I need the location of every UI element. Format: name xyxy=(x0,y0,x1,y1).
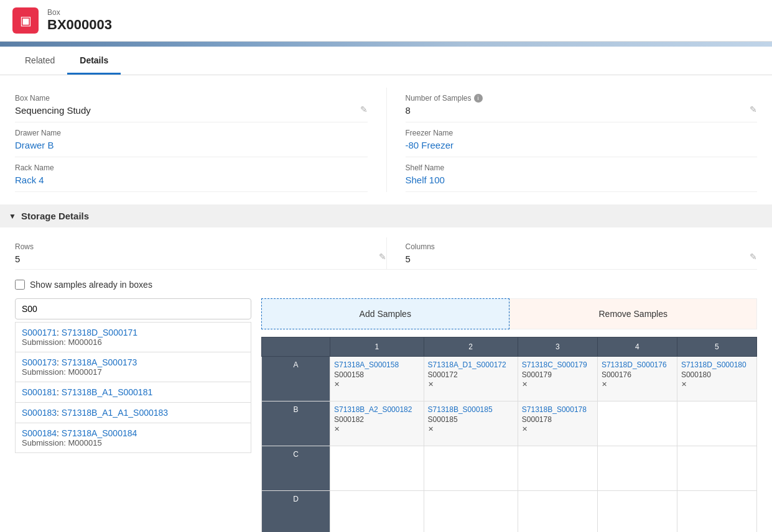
tab-details[interactable]: Details xyxy=(67,47,121,75)
freezer-name-value[interactable]: -80 Freezer xyxy=(406,140,758,150)
shelf-name-label: Shelf Name xyxy=(406,163,758,172)
grid-cell[interactable]: S71318B_S000178 S000178 ✕ xyxy=(518,401,597,446)
rack-name-field: Rack Name Rack 4 xyxy=(15,157,368,192)
grid-cell-empty[interactable] xyxy=(518,446,597,491)
rows-value: 5 xyxy=(15,254,368,264)
grid-cell-empty[interactable] xyxy=(597,446,677,491)
header-id: BX000003 xyxy=(47,17,112,33)
grid-col-header-1: 1 xyxy=(330,337,424,357)
shelf-name-field: Shelf Name Shelf 100 xyxy=(406,157,758,192)
grid-col-header-2: 2 xyxy=(424,337,518,357)
list-item[interactable]: S000184: S71318A_S000184 Submission: M00… xyxy=(15,423,251,453)
right-panel: Add Samples Remove Samples 1 2 3 4 5 xyxy=(261,298,757,532)
rack-name-label: Rack Name xyxy=(15,163,368,172)
box-name-label: Box Name xyxy=(15,94,368,103)
grid-cell-empty[interactable] xyxy=(597,401,677,446)
row-header-d: D xyxy=(262,491,330,533)
num-samples-info-icon[interactable]: i xyxy=(474,94,483,103)
tab-related[interactable]: Related xyxy=(12,47,67,75)
grid-cell-empty[interactable] xyxy=(424,491,518,533)
action-buttons: Add Samples Remove Samples xyxy=(261,298,757,329)
storage-section-title: Storage Details xyxy=(21,211,89,221)
show-samples-row: Show samples already in boxes xyxy=(15,280,757,290)
grid-row-a: A S71318A_S000158 S000158 ✕ S71318A_D1_S… xyxy=(262,357,757,401)
list-item[interactable]: S000181: S71318B_A1_S000181 xyxy=(15,382,251,402)
sample-search-input[interactable] xyxy=(15,298,251,319)
show-samples-checkbox[interactable] xyxy=(15,280,25,290)
rows-edit-icon[interactable]: ✎ xyxy=(379,252,386,262)
sample-grid: 1 2 3 4 5 A S71318A_S000158 S000158 xyxy=(261,337,757,532)
list-item[interactable]: S000173: S71318A_S000173 Submission: M00… xyxy=(15,352,251,382)
grid-cell-empty[interactable] xyxy=(677,491,756,533)
columns-edit-icon[interactable]: ✎ xyxy=(750,252,757,262)
columns-label: Columns xyxy=(406,242,758,251)
right-fields: Number of Samples i 8 ✎ Freezer Name -80… xyxy=(386,88,758,192)
box-name-value: Sequencing Study xyxy=(15,105,368,116)
header-text: Box BX000003 xyxy=(47,8,112,33)
freezer-name-label: Freezer Name xyxy=(406,129,758,137)
grid-cell[interactable]: S71318D_S000180 S000180 ✕ xyxy=(677,357,756,401)
row-header-c: C xyxy=(262,446,330,491)
tab-bar: Related Details xyxy=(0,47,772,75)
header-type-label: Box xyxy=(47,8,112,17)
grid-cell[interactable]: S71318A_D1_S000172 S000172 ✕ xyxy=(424,357,518,401)
grid-cell[interactable]: S71318C_S000179 S000179 ✕ xyxy=(518,357,597,401)
columns-field: Columns 5 ✎ xyxy=(386,237,758,270)
drawer-name-value[interactable]: Drawer B xyxy=(15,140,368,150)
drawer-name-label: Drawer Name xyxy=(15,129,368,137)
num-samples-field: Number of Samples i 8 ✎ xyxy=(406,88,758,122)
grid-cell[interactable]: S71318B_A2_S000182 S000182 ✕ xyxy=(330,401,424,446)
grid-cell-empty[interactable] xyxy=(518,491,597,533)
grid-col-header-4: 4 xyxy=(597,337,677,357)
grid-cell-empty[interactable] xyxy=(330,446,424,491)
grid-cell-empty[interactable] xyxy=(597,491,677,533)
sample-list-container: S000171: S71318D_S000171 Submission: M00… xyxy=(15,298,251,532)
grid-cell-empty[interactable] xyxy=(330,491,424,533)
drawer-name-field: Drawer Name Drawer B xyxy=(15,122,368,157)
grid-col-header-3: 3 xyxy=(518,337,597,357)
grid-row-c: C xyxy=(262,446,757,491)
remove-samples-button[interactable]: Remove Samples xyxy=(509,298,758,329)
lower-section: S000171: S71318D_S000171 Submission: M00… xyxy=(15,298,757,532)
grid-cell-empty[interactable] xyxy=(677,446,756,491)
rack-name-value[interactable]: Rack 4 xyxy=(15,175,368,185)
rows-label: Rows xyxy=(15,242,368,251)
rows-field: Rows 5 ✎ xyxy=(15,237,386,270)
list-item[interactable]: S000183: S71318B_A1_A1_S000183 xyxy=(15,402,251,423)
grid-cell-empty[interactable] xyxy=(424,446,518,491)
storage-fields: Rows 5 ✎ Columns 5 ✎ xyxy=(15,237,757,270)
freezer-name-field: Freezer Name -80 Freezer xyxy=(406,122,758,157)
add-samples-button[interactable]: Add Samples xyxy=(261,298,509,329)
columns-value: 5 xyxy=(406,254,758,264)
show-samples-label: Show samples already in boxes xyxy=(30,280,152,290)
grid-row-b: B S71318B_A2_S000182 S000182 ✕ S71318B_S… xyxy=(262,401,757,446)
shelf-name-value[interactable]: Shelf 100 xyxy=(406,175,758,185)
main-content: Box Name Sequencing Study ✎ Drawer Name … xyxy=(0,75,772,532)
chevron-down-icon: ▼ xyxy=(9,212,16,221)
grid-cell[interactable]: S71318A_S000158 S000158 ✕ xyxy=(330,357,424,401)
num-samples-edit-icon[interactable]: ✎ xyxy=(750,104,757,114)
box-name-edit-icon[interactable]: ✎ xyxy=(360,104,368,114)
row-header-b: B xyxy=(262,401,330,446)
num-samples-value: 8 xyxy=(406,105,758,116)
grid-cell-empty[interactable] xyxy=(677,401,756,446)
decorative-stripe xyxy=(0,42,772,47)
num-samples-label: Number of Samples i xyxy=(406,94,758,103)
grid-cell[interactable]: S71318D_S000176 S000176 ✕ xyxy=(597,357,677,401)
grid-col-header-5: 5 xyxy=(677,337,756,357)
box-name-field: Box Name Sequencing Study ✎ xyxy=(15,88,368,122)
row-header-a: A xyxy=(262,357,330,401)
details-fields: Box Name Sequencing Study ✎ Drawer Name … xyxy=(15,88,757,192)
storage-section-header[interactable]: ▼ Storage Details xyxy=(0,204,772,227)
grid-corner xyxy=(262,337,330,357)
grid-cell[interactable]: S71318B_S000185 S000185 ✕ xyxy=(424,401,518,446)
page-header: ▣ Box BX000003 xyxy=(0,0,772,42)
grid-row-d: D xyxy=(262,491,757,533)
list-item[interactable]: S000171: S71318D_S000171 Submission: M00… xyxy=(15,322,251,352)
header-icon: ▣ xyxy=(12,7,39,34)
left-fields: Box Name Sequencing Study ✎ Drawer Name … xyxy=(15,88,386,192)
